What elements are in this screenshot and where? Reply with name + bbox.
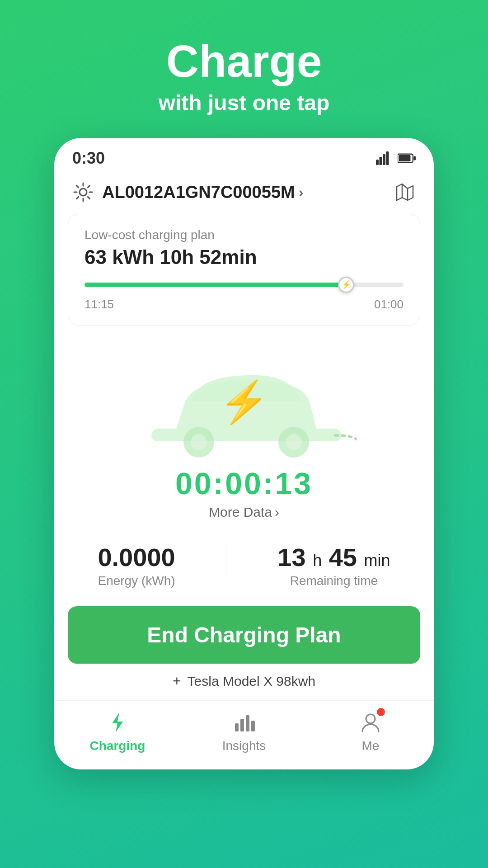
svg-point-13 (286, 434, 302, 450)
car-visual: ⚡ (117, 344, 371, 470)
device-name[interactable]: AL0012A1GN7C00055M › (102, 183, 303, 202)
svg-point-7 (80, 189, 87, 196)
car-section: ⚡ 00:00:13 More Data › (54, 335, 434, 533)
battery-icon (398, 151, 416, 165)
map-icon[interactable] (394, 181, 416, 203)
nav-item-me[interactable]: Me (330, 710, 411, 753)
chevron-right-icon: › (299, 184, 304, 201)
energy-stat: 0.0000 Energy (kWh) (98, 542, 175, 588)
more-data-chevron-icon: › (275, 505, 279, 520)
end-charging-button[interactable]: End Charging Plan (68, 606, 420, 664)
device-header: AL0012A1GN7C00055M › (54, 172, 434, 214)
charging-timer: 00:00:13 (175, 466, 313, 501)
progress-bar: ⚡ (84, 279, 404, 290)
svg-rect-5 (399, 155, 410, 161)
page-subtitle: with just one tap (159, 90, 330, 115)
device-info[interactable]: AL0012A1GN7C00055M › (72, 181, 303, 203)
bottom-nav: Charging Insights Me (54, 700, 434, 769)
status-bar: 0:30 (54, 138, 434, 172)
insights-tab-icon (231, 710, 257, 735)
status-time: 0:30 (72, 149, 105, 168)
me-tab-label: Me (362, 739, 380, 753)
svg-rect-17 (246, 715, 249, 731)
energy-value: 0.0000 (98, 542, 175, 572)
add-vehicle-row[interactable]: + Tesla Model X 98kwh (54, 673, 434, 700)
remaining-label: Remaining time (277, 574, 390, 588)
me-tab-icon (358, 710, 383, 735)
svg-marker-14 (112, 712, 123, 732)
progress-times: 11:15 01:00 (84, 297, 404, 311)
stats-divider (226, 542, 226, 579)
charging-tab-icon (105, 710, 130, 735)
svg-rect-18 (251, 721, 255, 731)
end-time: 01:00 (374, 297, 404, 311)
svg-rect-2 (383, 154, 385, 165)
charging-tab-label: Charging (90, 739, 145, 753)
svg-point-19 (366, 714, 375, 723)
bolt-thumb-icon: ⚡ (341, 280, 351, 290)
svg-rect-15 (235, 723, 239, 731)
progress-thumb: ⚡ (338, 277, 354, 293)
notification-dot (377, 708, 385, 716)
start-time: 11:15 (84, 297, 114, 311)
signal-icon (376, 151, 392, 165)
status-icons (376, 151, 416, 165)
nav-item-insights[interactable]: Insights (203, 710, 285, 753)
svg-rect-1 (380, 157, 382, 165)
header-section: Charge with just one tap (159, 0, 330, 138)
car-body: ⚡ (131, 352, 357, 462)
insights-tab-label: Insights (222, 739, 266, 753)
nav-item-charging[interactable]: Charging (77, 710, 158, 753)
svg-rect-6 (413, 156, 416, 160)
remaining-value: 13 h 45 min (277, 542, 390, 572)
svg-point-11 (191, 434, 207, 450)
plan-label: Low-cost charging plan (84, 228, 404, 242)
plan-value: 63 kWh 10h 52min (84, 246, 404, 269)
svg-rect-16 (240, 719, 244, 731)
stats-row: 0.0000 Energy (kWh) 13 h 45 min Remainin… (54, 533, 434, 606)
more-data-link[interactable]: More Data › (209, 505, 279, 520)
gear-icon (72, 181, 94, 203)
svg-rect-0 (376, 160, 379, 165)
progress-fill (84, 283, 346, 287)
car-bolt-icon: ⚡ (219, 378, 269, 426)
charging-plan-card: Low-cost charging plan 63 kWh 10h 52min … (68, 214, 420, 326)
svg-rect-3 (386, 151, 389, 165)
remaining-stat: 13 h 45 min Remaining time (277, 542, 390, 588)
phone-card: 0:30 (54, 138, 434, 769)
energy-label: Energy (kWh) (98, 574, 175, 588)
page-title: Charge (159, 36, 330, 86)
add-vehicle-icon: + (173, 673, 181, 689)
vehicle-text: Tesla Model X 98kwh (188, 674, 315, 689)
